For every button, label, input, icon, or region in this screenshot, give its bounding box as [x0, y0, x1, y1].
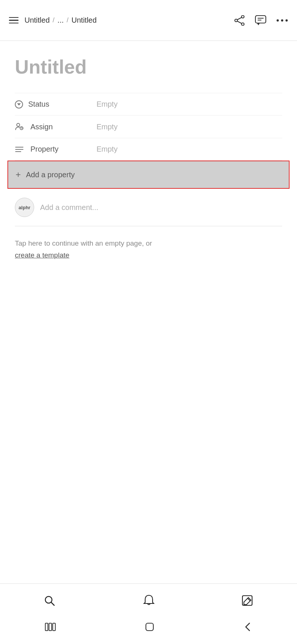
svg-line-17: [51, 602, 54, 605]
svg-rect-23: [146, 623, 153, 631]
assign-label: Assign: [15, 122, 97, 131]
properties-section: Status Empty Assign Empty: [15, 93, 282, 161]
notification-nav-button[interactable]: [140, 591, 158, 611]
empty-page-text[interactable]: Tap here to continue with an empty page,…: [15, 239, 152, 247]
empty-page-section: Tap here to continue with an empty page,…: [15, 226, 282, 273]
back-button[interactable]: [241, 619, 255, 635]
top-bar-right: [232, 13, 290, 27]
svg-point-8: [277, 19, 279, 22]
main-content: Untitled Status Empty: [0, 41, 297, 273]
svg-point-11: [17, 123, 20, 126]
top-nav-bar: Untitled / ... / Untitled: [0, 0, 297, 41]
home-button[interactable]: [141, 619, 158, 635]
status-property-row[interactable]: Status Empty: [15, 93, 282, 116]
recent-apps-icon: [45, 622, 56, 631]
breadcrumb-sep1: /: [53, 16, 55, 24]
svg-rect-5: [255, 16, 266, 23]
avatar: alphr: [15, 198, 34, 217]
status-value: Empty: [97, 100, 282, 109]
comment-input[interactable]: Add a comment...: [40, 203, 98, 212]
bottom-nav-top: [0, 584, 297, 615]
share-button[interactable]: [232, 14, 247, 27]
svg-point-0: [242, 15, 244, 18]
search-icon: [43, 594, 56, 608]
bottom-nav-bottom: [0, 615, 297, 644]
property-value: Empty: [97, 145, 282, 153]
assign-icon: [15, 122, 25, 131]
svg-point-9: [281, 19, 283, 22]
hamburger-icon: [9, 17, 19, 24]
comment-section: alphr Add a comment...: [15, 189, 282, 226]
breadcrumb-sep2: /: [67, 16, 69, 24]
home-icon: [144, 622, 155, 632]
property-icon: [15, 146, 25, 153]
status-label-text: Status: [28, 100, 49, 109]
breadcrumb-last[interactable]: Untitled: [72, 16, 97, 25]
create-template-link[interactable]: create a template: [15, 251, 69, 259]
status-icon: [15, 100, 23, 109]
property-label: Property: [15, 145, 97, 153]
compose-nav-button[interactable]: [238, 592, 257, 610]
svg-line-3: [237, 17, 241, 20]
search-nav-button[interactable]: [40, 591, 59, 611]
breadcrumb-middle[interactable]: ...: [58, 16, 64, 25]
breadcrumb: Untitled / ... / Untitled: [25, 16, 97, 25]
comment-icon: [255, 15, 267, 26]
add-property-button[interactable]: + Add a property: [7, 161, 290, 189]
share-icon: [234, 15, 245, 26]
breadcrumb-first[interactable]: Untitled: [25, 16, 50, 25]
more-options-icon: [276, 19, 288, 22]
svg-line-4: [237, 21, 241, 23]
add-property-plus-icon: +: [16, 169, 21, 180]
back-icon: [244, 622, 252, 632]
avatar-text: alphr: [19, 205, 30, 210]
svg-rect-22: [53, 623, 55, 631]
page-title[interactable]: Untitled: [15, 56, 282, 78]
property-label-text: Property: [30, 145, 59, 153]
bottom-nav: [0, 583, 297, 644]
svg-point-1: [242, 23, 244, 25]
status-label: Status: [15, 100, 97, 109]
hamburger-menu-button[interactable]: [7, 16, 20, 25]
assign-property-row[interactable]: Assign Empty: [15, 116, 282, 138]
svg-rect-21: [49, 623, 52, 631]
top-bar-left: Untitled / ... / Untitled: [7, 16, 97, 25]
comment-button[interactable]: [253, 13, 268, 27]
assign-value: Empty: [97, 123, 282, 131]
svg-point-2: [235, 19, 238, 22]
recent-apps-button[interactable]: [42, 619, 59, 634]
compose-icon: [241, 595, 254, 607]
more-options-button[interactable]: [275, 17, 290, 24]
svg-point-10: [285, 19, 288, 22]
property-property-row[interactable]: Property Empty: [15, 138, 282, 161]
add-property-label: Add a property: [26, 171, 75, 179]
bell-icon: [143, 594, 155, 608]
assign-label-text: Assign: [30, 123, 53, 131]
svg-rect-20: [45, 623, 48, 631]
